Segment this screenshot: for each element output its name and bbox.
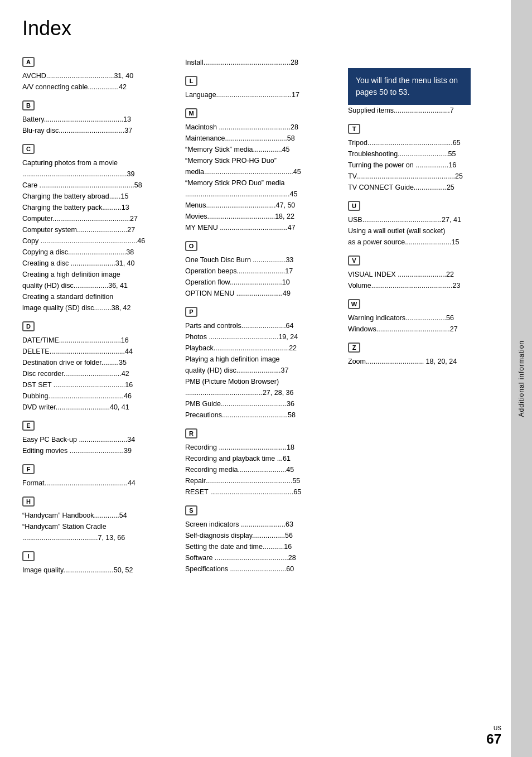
index-section: CCapturing photos from a movie .........…: [22, 144, 174, 314]
index-entry: Copy ...................................…: [22, 235, 174, 247]
letter-badge: I: [22, 551, 35, 561]
menu-list-box: You will find the menu lists on pages 50…: [348, 68, 471, 105]
index-section: EEasy PC Back-up .......................…: [22, 421, 174, 456]
index-entry: Charging the battery pack..........13: [22, 202, 174, 213]
index-section: LLanguage...............................…: [185, 76, 337, 100]
index-entry: Using a wall outlet (wall socket) as a p…: [348, 225, 500, 248]
right-tab-label: Additional information: [518, 340, 525, 417]
index-entry: Setting the date and time...........16: [185, 541, 337, 552]
index-entry: DATE/TIME...............................…: [22, 335, 174, 346]
index-entry: DELETE..................................…: [22, 346, 174, 357]
index-entry: Computer................................…: [22, 213, 174, 224]
index-entry: Operation flow..........................…: [185, 277, 337, 288]
index-section: H“Handycam” Handbook.............54“Hand…: [22, 496, 174, 543]
index-entry: Computer system.........................…: [22, 224, 174, 235]
index-entry: Editing movies .........................…: [22, 445, 174, 456]
index-entry: A/V connecting cable................42: [22, 81, 174, 93]
index-section: FFormat.................................…: [22, 464, 174, 489]
index-entry: Specifications .........................…: [185, 563, 337, 575]
index-entry: Capturing photos from a movie ..........…: [22, 157, 174, 180]
letter-badge: O: [185, 241, 197, 251]
letter-badge: P: [185, 307, 197, 317]
page-country: US: [486, 725, 501, 731]
index-entry: Troubleshooting.........................…: [348, 148, 500, 160]
index-entry: Movies..................................…: [185, 211, 337, 222]
column-2: Install.................................…: [185, 57, 348, 584]
index-entry: USB.....................................…: [348, 214, 500, 225]
index-entry: Operation beeps.........................…: [185, 266, 337, 277]
index-section: RRecording .............................…: [185, 428, 337, 498]
index-entry: Blu-ray disc............................…: [22, 125, 174, 136]
index-entry: “Handycam” Station Cradle ..............…: [22, 521, 174, 543]
index-entry: Photos .................................…: [185, 331, 337, 343]
index-section: BBattery................................…: [22, 100, 174, 136]
index-entry: PMB Guide...............................…: [185, 398, 337, 409]
letter-badge: W: [348, 299, 360, 309]
letter-badge: H: [22, 496, 35, 507]
page: Index AAVCHD............................…: [0, 0, 532, 757]
letter-badge: E: [22, 421, 35, 431]
index-section: AAVCHD..................................…: [22, 57, 174, 93]
index-entry: One Touch Disc Burn .................33: [185, 254, 337, 266]
index-section: SScreen indicators .....................…: [185, 505, 337, 575]
index-entry: Install.................................…: [185, 57, 337, 68]
index-entry: OPTION MENU ........................49: [185, 288, 337, 299]
index-entry: Charging the battery abroad......15: [22, 191, 174, 202]
column-1: AAVCHD..................................…: [22, 57, 185, 584]
index-entry: PMB (Picture Motion Browser) ...........…: [185, 376, 337, 398]
index-entry: Macintosh ..............................…: [185, 122, 337, 133]
index-section: Supplied items..........................…: [348, 105, 500, 116]
page-number: 67: [486, 731, 501, 746]
index-entry: Maintenance.............................…: [185, 133, 337, 144]
index-section: IImage quality..........................…: [22, 551, 174, 576]
index-entry: Playback................................…: [185, 343, 337, 354]
right-tab: Additional information: [511, 0, 532, 757]
index-entry: DST SET ................................…: [22, 379, 174, 390]
letter-badge: B: [22, 100, 35, 110]
index-entry: Destination drive or folder.........35: [22, 357, 174, 368]
index-entry: RESET ..................................…: [185, 486, 337, 498]
index-entry: Format..................................…: [22, 478, 174, 489]
letter-badge: F: [22, 464, 35, 474]
index-entry: Recording and playback time ...61: [185, 453, 337, 464]
index-section: ZZoom.............................. 18, …: [348, 343, 500, 367]
index-entry: Screen indicators ......................…: [185, 519, 337, 530]
index-section: DDATE/TIME..............................…: [22, 321, 174, 413]
index-entry: Copying a disc..........................…: [22, 247, 174, 258]
letter-badge: M: [185, 108, 197, 118]
index-entry: DVD writer............................40…: [22, 402, 174, 413]
index-entry: Care ...................................…: [22, 180, 174, 191]
letter-badge: C: [22, 144, 35, 154]
index-entry: “Memory Stick PRO Duo” media ...........…: [185, 177, 337, 200]
index-entry: Self-diagnosis display.................5…: [185, 530, 337, 541]
letter-badge: R: [185, 428, 197, 438]
letter-badge: L: [185, 76, 197, 86]
index-entry: Creating a disc .......................3…: [22, 258, 174, 269]
page-number-block: US 67: [486, 725, 501, 747]
index-entry: “Memory Stick” media...............45: [185, 144, 337, 155]
index-entry: Software ...............................…: [185, 552, 337, 563]
index-section: Install.................................…: [185, 57, 337, 68]
main-content: Index AAVCHD............................…: [0, 0, 511, 757]
letter-badge: D: [22, 321, 35, 331]
index-entry: “Memory Stick PRO-HG Duo” media.........…: [185, 155, 337, 177]
index-section: MMacintosh .............................…: [185, 108, 337, 233]
index-entry: Menus...................................…: [185, 200, 337, 211]
index-entry: Playing a high definition image quality …: [185, 354, 337, 376]
index-section: WWarning indicators.....................…: [348, 299, 500, 335]
index-entry: Creating a standard definition image qua…: [22, 291, 174, 314]
letter-badge: Z: [348, 343, 360, 353]
letter-badge: S: [185, 505, 197, 515]
index-entry: “Handycam” Handbook.............54: [22, 510, 174, 521]
index-entry: Repair..................................…: [185, 475, 337, 486]
letter-badge: U: [348, 201, 360, 211]
index-entry: Battery.................................…: [22, 114, 174, 125]
letter-badge: T: [348, 124, 360, 134]
index-entry: Warning indicators.....................5…: [348, 312, 500, 324]
index-entry: Precautions.............................…: [185, 409, 337, 421]
index-entry: Image quality..........................5…: [22, 565, 174, 576]
index-entry: Dubbing.................................…: [22, 390, 174, 402]
columns-container: AAVCHD..................................…: [22, 57, 511, 584]
index-entry: TV......................................…: [348, 171, 500, 182]
index-entry: Tripod..................................…: [348, 137, 500, 148]
